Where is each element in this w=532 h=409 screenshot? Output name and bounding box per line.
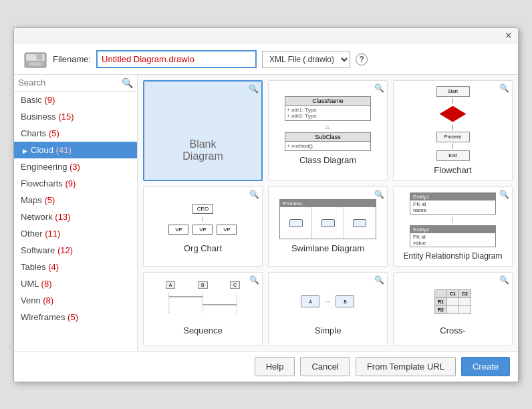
sidebar-item-tables[interactable]: Tables (4) [14, 259, 137, 275]
template-swimlane[interactable]: 🔍 Process [268, 186, 388, 267]
magnify-icon-simple[interactable]: 🔍 [374, 275, 384, 285]
template-flowchart[interactable]: 🔍 Start Process End Flowchart [393, 80, 513, 181]
sidebar-item-count: (13) [55, 212, 70, 222]
card-label-simple: Simple [315, 325, 342, 335]
card-preview-swimlane: Process [274, 199, 382, 239]
template-orgchart[interactable]: 🔍 CEO VP VP VP Org Chart [143, 186, 263, 267]
filename-label: Filename: [53, 54, 91, 64]
main-content: 🔍 Basic (9)Business (15)Charts (5)▶Cloud… [14, 74, 518, 351]
svg-rect-2 [29, 62, 42, 66]
card-preview-blank [150, 98, 256, 138]
sidebar-item-count: (5) [44, 195, 55, 205]
card-label-blank: BlankDiagram [182, 138, 223, 162]
sidebar-item-venn[interactable]: Venn (8) [14, 292, 137, 309]
sidebar-item-count: (41) [56, 145, 72, 155]
magnify-icon-orgchart[interactable]: 🔍 [249, 190, 259, 199]
sidebar: 🔍 Basic (9)Business (15)Charts (5)▶Cloud… [14, 75, 138, 351]
help-icon-circle[interactable]: ? [356, 53, 368, 65]
svg-rect-3 [37, 55, 42, 59]
sidebar-item-cloud[interactable]: ▶Cloud (41) [14, 142, 137, 158]
card-preview-simple: A → B [274, 281, 382, 321]
sidebar-item-count: (5) [68, 312, 78, 322]
magnify-icon-swimlane[interactable]: 🔍 [374, 190, 384, 199]
filetype-select[interactable]: XML File (.drawio) SVG File (.svg) PNG F… [262, 51, 350, 68]
card-preview-class: ClassName + attr1: Type+ attr2: Type △ S… [274, 96, 382, 151]
card-label-sequence: Sequence [183, 325, 223, 335]
dialog: ✕ Filename: XML File (.drawio) SVG File … [13, 27, 519, 382]
sidebar-item-count: (11) [45, 229, 60, 239]
sidebar-item-maps[interactable]: Maps (5) [14, 192, 137, 209]
magnify-icon-class[interactable]: 🔍 [374, 84, 384, 93]
magnify-icon-flowchart[interactable]: 🔍 [499, 84, 509, 93]
sidebar-item-count: (15) [58, 112, 74, 122]
sidebar-item-charts[interactable]: Charts (5) [14, 125, 137, 142]
sidebar-item-wireframes[interactable]: Wireframes (5) [14, 309, 137, 325]
sidebar-item-count: (8) [41, 279, 52, 289]
sidebar-item-count: (5) [49, 128, 59, 138]
sidebar-item-label: Flowcharts [21, 178, 63, 188]
template-sequence[interactable]: 🔍 A B C [143, 272, 263, 346]
sidebar-list: Basic (9)Business (15)Charts (5)▶Cloud (… [14, 92, 137, 351]
template-simple[interactable]: 🔍 A → B Simple [268, 272, 388, 346]
sidebar-item-count: (9) [44, 95, 55, 105]
cancel-button[interactable]: Cancel [300, 357, 350, 376]
header-row: Filename: XML File (.drawio) SVG File (.… [14, 43, 518, 74]
create-button[interactable]: Create [461, 357, 510, 376]
card-label-orgchart: Org Chart [184, 243, 222, 253]
sidebar-item-software[interactable]: Software (12) [14, 242, 137, 259]
sidebar-item-label: Other [21, 229, 43, 239]
sidebar-item-label: Tables [21, 262, 46, 272]
sidebar-item-label: Maps [21, 195, 42, 205]
card-label-cross: Cross- [440, 325, 465, 335]
sidebar-item-basic[interactable]: Basic (9) [14, 92, 137, 108]
card-label-swimlane: Swimlane Diagram [291, 243, 364, 253]
card-preview-orgchart: CEO VP VP VP [149, 199, 257, 239]
card-label-er: Entity Relationship Diagram [403, 251, 502, 261]
templates-area: 🔍 BlankDiagram 🔍 ClassName + attr1: Type… [138, 75, 518, 351]
sidebar-item-label: Business [21, 112, 56, 122]
sidebar-item-label: Basic [21, 95, 42, 105]
sidebar-item-count: (8) [43, 295, 53, 305]
search-box: 🔍 [14, 75, 137, 92]
sidebar-item-count: (4) [48, 262, 59, 272]
sidebar-item-label: UML [21, 279, 39, 289]
filename-input[interactable] [96, 50, 257, 68]
sidebar-item-uml[interactable]: UML (8) [14, 275, 137, 292]
sidebar-item-count: (12) [57, 245, 73, 255]
footer-row: Help Cancel From Template URL Create [14, 351, 518, 382]
help-button[interactable]: Help [255, 357, 295, 376]
sidebar-item-engineering[interactable]: Engineering (3) [14, 158, 137, 175]
sidebar-item-other[interactable]: Other (11) [14, 225, 137, 242]
sidebar-item-count: (9) [65, 178, 76, 188]
dialog-titlebar: ✕ [14, 28, 518, 43]
card-preview-er: Entity1 PK idname Entity2 FK idvalue [399, 192, 507, 247]
expand-arrow-icon: ▶ [21, 147, 29, 155]
search-input[interactable] [18, 78, 119, 88]
card-preview-flowchart: Start Process End [399, 86, 507, 161]
template-cross[interactable]: 🔍 C1C2 R1 R2 Cross- [393, 272, 513, 346]
card-preview-cross: C1C2 R1 R2 [399, 281, 507, 321]
disk-icon [23, 50, 47, 69]
template-class[interactable]: 🔍 ClassName + attr1: Type+ attr2: Type △… [268, 80, 388, 181]
sidebar-item-label: Engineering [21, 162, 67, 172]
magnify-icon-cross[interactable]: 🔍 [499, 275, 509, 285]
magnify-icon[interactable]: 🔍 [249, 84, 259, 94]
search-icon: 🔍 [122, 78, 133, 88]
template-er[interactable]: 🔍 Entity1 PK idname Entity2 FK idvalue [393, 186, 513, 267]
sidebar-item-label: Wireframes [21, 312, 65, 322]
sidebar-item-network[interactable]: Network (13) [14, 209, 137, 225]
sidebar-item-label: Network [21, 212, 53, 222]
template-url-button[interactable]: From Template URL [356, 357, 456, 376]
sidebar-item-count: (3) [70, 162, 80, 172]
sidebar-item-business[interactable]: Business (15) [14, 108, 137, 125]
close-button[interactable]: ✕ [503, 31, 514, 40]
sidebar-item-label: Charts [21, 128, 46, 138]
sidebar-item-label: Software [21, 245, 55, 255]
template-blank[interactable]: 🔍 BlankDiagram [143, 80, 263, 181]
card-label-class: Class Diagram [299, 155, 356, 165]
sidebar-item-label: Cloud [31, 145, 53, 155]
sidebar-item-label: Venn [21, 295, 41, 305]
magnify-icon-er[interactable]: 🔍 [499, 190, 509, 199]
sidebar-item-flowcharts[interactable]: Flowcharts (9) [14, 175, 137, 192]
card-label-flowchart: Flowchart [434, 165, 471, 175]
